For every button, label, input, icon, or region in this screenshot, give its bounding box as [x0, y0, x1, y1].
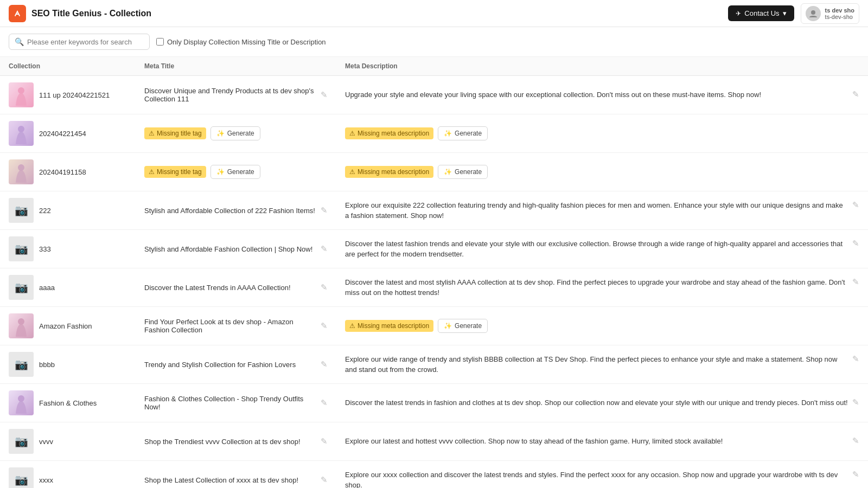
table-row: 📷 aaaa Discover the Latest Trends in AAA…: [0, 268, 868, 307]
warning-icon: ⚠: [149, 168, 155, 176]
meta-title-text: Fashion & Clothes Collection - Shop Tren…: [144, 395, 316, 411]
meta-title-text: Stylish and Affordable Fashion Collectio…: [144, 245, 316, 253]
generate-title-button[interactable]: ✨ Generate: [210, 165, 260, 179]
edit-desc-icon[interactable]: ✎: [852, 436, 859, 446]
meta-title-text: Discover Unique and Trendy Products at t…: [144, 87, 316, 103]
user-badge[interactable]: ts dev sho ts-dev-sho: [801, 3, 859, 24]
generate-title-button[interactable]: ✨ Generate: [210, 126, 260, 140]
svg-point-0: [12, 9, 22, 18]
table-row: Amazon Fashion Find Your Perfect Look at…: [0, 307, 868, 345]
col-header-meta-title: Meta Title: [136, 57, 336, 76]
app-logo: [9, 5, 26, 22]
edit-desc-icon[interactable]: ✎: [852, 470, 859, 479]
collections-table: Collection Meta Title Meta Description 1…: [0, 57, 868, 488]
edit-title-icon[interactable]: ✎: [321, 398, 328, 408]
meta-title-cell: Shop the Latest Collection of xxxx at ts…: [144, 475, 328, 485]
filter-label: Only Display Collection Missing Title or…: [167, 38, 326, 46]
meta-desc-cell: Explore our wide range of trendy and sty…: [345, 354, 859, 375]
collection-name: Fashion & Clothes: [39, 399, 97, 407]
header: SEO Title Genius - Collection ✈ Contact …: [0, 0, 868, 27]
meta-desc-text: Discover the latest and most stylish AAA…: [345, 277, 848, 298]
product-image: [9, 390, 34, 415]
generate-desc-button[interactable]: ✨ Generate: [438, 319, 488, 333]
meta-title-cell: Stylish and Affordable Fashion Collectio…: [144, 244, 328, 254]
collection-name: 202404191158: [39, 168, 86, 176]
edit-title-icon[interactable]: ✎: [321, 321, 328, 331]
meta-desc-missing-group: ⚠ Missing meta description ✨ Generate: [345, 126, 859, 140]
table-row: 📷 222 Stylish and Affordable Collection …: [0, 191, 868, 230]
missing-desc-badge: ⚠ Missing meta description: [345, 320, 433, 332]
sparkle-icon: ✨: [216, 168, 225, 176]
collection-cell: Amazon Fashion: [9, 313, 127, 338]
meta-title-text: Shop the Trendiest vvvv Collection at ts…: [144, 438, 316, 446]
table-row: 202404191158 ⚠ Missing title tag ✨ Gener…: [0, 153, 868, 191]
meta-title-cell: Discover Unique and Trendy Products at t…: [144, 87, 328, 103]
missing-title-badge: ⚠ Missing title tag: [144, 166, 206, 178]
placeholder-image: 📷: [9, 198, 34, 223]
search-input[interactable]: [27, 38, 144, 46]
collection-name: 202404221454: [39, 130, 86, 138]
meta-desc-text: Upgrade your style and elevate your livi…: [345, 89, 848, 100]
placeholder-image: 📷: [9, 236, 34, 261]
send-icon: ✈: [736, 10, 741, 17]
table-row: 202404221454 ⚠ Missing title tag ✨ Gener…: [0, 114, 868, 153]
edit-title-icon[interactable]: ✎: [321, 282, 328, 292]
toolbar: 🔍 Only Display Collection Missing Title …: [0, 27, 868, 57]
table-row: Fashion & Clothes Fashion & Clothes Coll…: [0, 384, 868, 422]
meta-desc-cell: Explore our xxxx collection and discover…: [345, 470, 859, 489]
sparkle-icon: ✨: [216, 130, 225, 137]
collection-cell: 📷 bbbb: [9, 352, 127, 377]
collection-cell: 111 up 202404221521: [9, 82, 127, 107]
meta-title-text: Shop the Latest Collection of xxxx at ts…: [144, 476, 316, 484]
product-image: [9, 159, 34, 184]
meta-title-cell: Stylish and Affordable Collection of 222…: [144, 206, 328, 215]
warning-icon: ⚠: [149, 130, 155, 137]
search-wrapper[interactable]: 🔍: [9, 34, 150, 50]
table-header-row: Collection Meta Title Meta Description: [0, 57, 868, 76]
meta-title-cell: Fashion & Clothes Collection - Shop Tren…: [144, 395, 328, 411]
collection-name: bbbb: [39, 361, 55, 369]
edit-title-icon[interactable]: ✎: [321, 475, 328, 485]
meta-desc-missing-group: ⚠ Missing meta description ✨ Generate: [345, 319, 859, 333]
meta-desc-missing-group: ⚠ Missing meta description ✨ Generate: [345, 165, 859, 179]
edit-title-icon[interactable]: ✎: [321, 359, 328, 369]
collection-cell: 202404221454: [9, 121, 127, 146]
generate-desc-button[interactable]: ✨ Generate: [438, 126, 488, 140]
edit-desc-icon[interactable]: ✎: [852, 239, 859, 248]
edit-desc-icon[interactable]: ✎: [852, 277, 859, 287]
edit-title-icon[interactable]: ✎: [321, 244, 328, 254]
placeholder-image: 📷: [9, 352, 34, 377]
missing-title-badge: ⚠ Missing title tag: [144, 127, 206, 139]
edit-desc-icon[interactable]: ✎: [852, 89, 859, 99]
filter-checkbox-wrapper[interactable]: Only Display Collection Missing Title or…: [156, 38, 326, 46]
meta-desc-cell: Explore our latest and hottest vvvv coll…: [345, 436, 859, 447]
table-row: 📷 bbbb Trendy and Stylish Collection for…: [0, 345, 868, 384]
edit-desc-icon[interactable]: ✎: [852, 354, 859, 364]
meta-desc-text: Discover the latest fashion trends and e…: [345, 239, 848, 260]
edit-desc-icon[interactable]: ✎: [852, 200, 859, 210]
sparkle-icon: ✨: [444, 168, 452, 176]
meta-title-cell: Shop the Trendiest vvvv Collection at ts…: [144, 436, 328, 446]
edit-title-icon[interactable]: ✎: [321, 436, 328, 446]
placeholder-image: 📷: [9, 275, 34, 300]
search-icon: 🔍: [15, 37, 24, 46]
collection-name: vvvv: [39, 438, 53, 446]
edit-title-icon[interactable]: ✎: [321, 90, 328, 100]
collection-cell: Fashion & Clothes: [9, 390, 127, 415]
edit-desc-icon[interactable]: ✎: [852, 397, 859, 407]
collection-name: 333: [39, 245, 51, 253]
collection-name: xxxx: [39, 476, 53, 484]
meta-desc-cell: Discover the latest trends in fashion an…: [345, 397, 859, 408]
collection-name: 111 up 202404221521: [39, 91, 110, 99]
placeholder-image: 📷: [9, 467, 34, 488]
edit-title-icon[interactable]: ✎: [321, 206, 328, 215]
generate-desc-button[interactable]: ✨ Generate: [438, 165, 488, 179]
contact-us-button[interactable]: ✈ Contact Us ▾: [728, 5, 794, 21]
filter-checkbox[interactable]: [156, 38, 164, 46]
meta-desc-cell: Explore our exquisite 222 collection fea…: [345, 200, 859, 221]
table-row: 111 up 202404221521 Discover Unique and …: [0, 76, 868, 114]
meta-desc-text: Discover the latest trends in fashion an…: [345, 397, 848, 408]
missing-desc-badge: ⚠ Missing meta description: [345, 166, 433, 178]
meta-title-text: Stylish and Affordable Collection of 222…: [144, 207, 316, 215]
product-image: [9, 82, 34, 107]
